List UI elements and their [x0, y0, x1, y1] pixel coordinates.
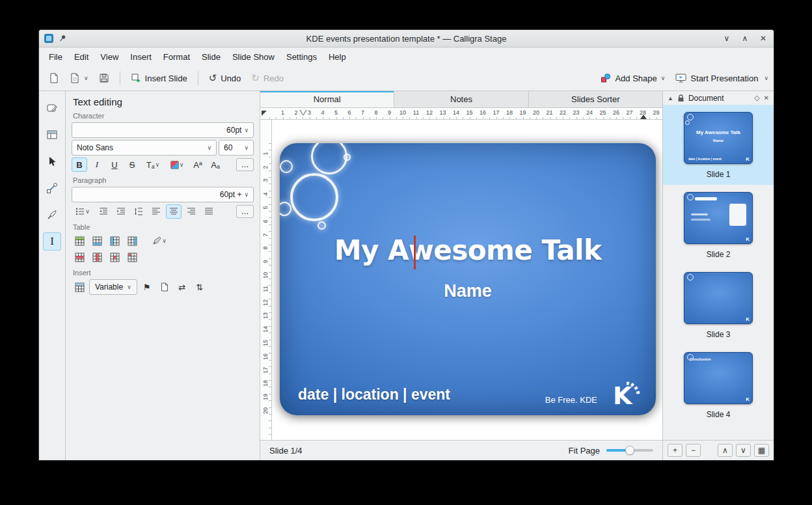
text-color-button[interactable]: ∨	[166, 157, 188, 172]
zoom-slider[interactable]	[606, 444, 653, 456]
more-paragraph-options-button[interactable]: …	[236, 205, 254, 218]
shape-edit-tool[interactable]	[43, 99, 61, 117]
slide-page[interactable]: My Awesome Talk Name date | location | e…	[280, 143, 656, 415]
titlebar[interactable]: KDE events presentation template * — Cal…	[39, 30, 774, 48]
table-border-pen-button[interactable]: ∨	[147, 234, 172, 248]
font-family-combobox[interactable]: Noto Sans ∨	[72, 140, 217, 156]
delete-column-button[interactable]	[89, 250, 105, 264]
font-size-combobox[interactable]: 60 ∨	[219, 140, 254, 156]
character-style-combobox[interactable]: 60pt ∨	[72, 122, 254, 138]
chevron-down-icon: ∨	[244, 192, 249, 197]
slide-item-2[interactable]: K Slide 2	[663, 185, 774, 265]
add-shape-button[interactable]: Add Shape ∨	[596, 70, 670, 87]
slide-footer-textbox[interactable]: date | location | event	[298, 386, 450, 403]
align-justify-button[interactable]	[201, 204, 217, 219]
insert-column-right-button[interactable]	[124, 234, 140, 248]
slide-3-thumbnail[interactable]: K	[684, 272, 753, 324]
calligraphy-tool[interactable]	[43, 206, 61, 224]
menu-view[interactable]: View	[94, 49, 124, 64]
slide-item-4[interactable]: Conclusion K Slide 4	[663, 345, 774, 425]
text-direction-button[interactable]: ⇄	[174, 280, 190, 294]
menu-edit[interactable]: Edit	[68, 49, 94, 64]
slide-item-3[interactable]: K Slide 3	[663, 265, 774, 345]
slide-1-thumbnail[interactable]: My Awesome Talk Name date | location | e…	[684, 112, 753, 164]
open-document-button[interactable]: ∨	[65, 70, 93, 87]
horizontal-ruler[interactable]: 1234567891011121314151617181920212223242…	[260, 108, 662, 120]
bubble-decoration	[280, 202, 291, 216]
menu-slide-show[interactable]: Slide Show	[226, 49, 280, 64]
menu-insert[interactable]: Insert	[124, 49, 157, 64]
align-center-button[interactable]	[166, 204, 182, 219]
text-flow-button[interactable]: ⇅	[192, 280, 208, 294]
paragraph-style-combobox[interactable]: 60pt + ∨	[72, 187, 254, 202]
chevron-down-icon: ∨	[180, 162, 184, 167]
insert-slide-button[interactable]: Insert Slide	[126, 70, 192, 87]
move-slide-down-button[interactable]: ∨	[736, 444, 751, 457]
slide-layout-tool[interactable]	[43, 126, 61, 144]
align-right-button[interactable]	[183, 204, 199, 219]
minimize-button[interactable]: ∨	[722, 34, 732, 43]
delete-row-button[interactable]	[72, 250, 87, 264]
tab-normal[interactable]: Normal	[260, 91, 394, 107]
slide-overview-button[interactable]: ▦	[754, 444, 769, 457]
new-document-button[interactable]	[44, 70, 64, 87]
slide-4-thumbnail[interactable]: Conclusion K	[684, 352, 753, 404]
superscript-button[interactable]: Aª	[190, 157, 206, 172]
align-left-button[interactable]	[148, 204, 164, 219]
insert-frame-button[interactable]	[157, 280, 172, 294]
slide-title-textbox[interactable]: My Awesome Talk	[280, 234, 656, 266]
text-tool[interactable]: I	[43, 232, 61, 251]
bold-button[interactable]: B	[72, 157, 87, 172]
move-slide-up-button[interactable]: ∧	[718, 444, 733, 457]
menu-file[interactable]: File	[43, 49, 68, 64]
pin-icon[interactable]	[59, 34, 66, 42]
more-character-options-button[interactable]: …	[236, 158, 254, 171]
menu-slide[interactable]: Slide	[196, 49, 226, 64]
vertical-ruler[interactable]: 1234567891011121314151617181920	[260, 120, 272, 440]
variable-dropdown-button[interactable]: Variable ∨	[89, 279, 137, 295]
undo-button[interactable]: ↺ Undo	[204, 70, 246, 87]
ruler-number: 16	[480, 109, 486, 116]
lock-icon[interactable]	[677, 94, 684, 102]
zoom-mode-label[interactable]: Fit Page	[569, 446, 600, 456]
insert-table-button[interactable]	[72, 280, 87, 294]
slide-subtitle-textbox[interactable]: Name	[280, 281, 656, 301]
tab-slides-sorter[interactable]: Slides Sorter	[529, 91, 662, 107]
insert-bookmark-button[interactable]: ⚑	[139, 280, 155, 294]
add-slide-button[interactable]: +	[668, 444, 683, 457]
float-icon[interactable]: ◇	[754, 94, 759, 102]
insert-row-above-button[interactable]	[72, 234, 87, 248]
connection-tool[interactable]	[43, 179, 61, 197]
save-button[interactable]	[94, 70, 114, 87]
maximize-button[interactable]: ∧	[740, 34, 750, 43]
redo-button[interactable]: ↻ Redo	[247, 70, 288, 87]
selection-tool[interactable]	[43, 152, 61, 171]
increase-indent-button[interactable]	[113, 204, 129, 219]
collapse-icon[interactable]: ▲	[668, 95, 673, 102]
slide-canvas[interactable]: My Awesome Talk Name date | location | e…	[272, 120, 662, 440]
split-cells-button[interactable]	[124, 250, 140, 264]
menu-format[interactable]: Format	[157, 49, 196, 64]
zoom-slider-handle[interactable]	[625, 446, 634, 455]
toolbar-overflow-icon[interactable]: ∨	[764, 75, 768, 81]
list-style-button[interactable]: ∨	[72, 204, 94, 219]
merge-cells-button[interactable]	[107, 250, 122, 264]
menu-help[interactable]: Help	[323, 49, 352, 64]
insert-row-below-button[interactable]	[89, 234, 105, 248]
decrease-indent-button[interactable]	[96, 204, 111, 219]
start-presentation-button[interactable]: Start Presentation	[671, 70, 763, 87]
close-docker-icon[interactable]: ✕	[764, 94, 769, 102]
underline-button[interactable]: U	[107, 157, 122, 172]
insert-column-left-button[interactable]	[107, 234, 122, 248]
strikethrough-button[interactable]: S	[124, 157, 140, 172]
close-button[interactable]: ✕	[758, 34, 768, 43]
tab-notes[interactable]: Notes	[394, 91, 528, 107]
menu-settings[interactable]: Settings	[280, 49, 323, 64]
italic-button[interactable]: I	[89, 157, 105, 172]
slide-item-1[interactable]: My Awesome Talk Name date | location | e…	[663, 105, 774, 185]
remove-slide-button[interactable]: −	[686, 444, 701, 457]
change-case-button[interactable]: Tₐ ∨	[142, 157, 164, 172]
subscript-button[interactable]: Aₐ	[208, 157, 223, 172]
line-spacing-button[interactable]	[131, 204, 146, 219]
slide-2-thumbnail[interactable]: K	[684, 192, 753, 244]
